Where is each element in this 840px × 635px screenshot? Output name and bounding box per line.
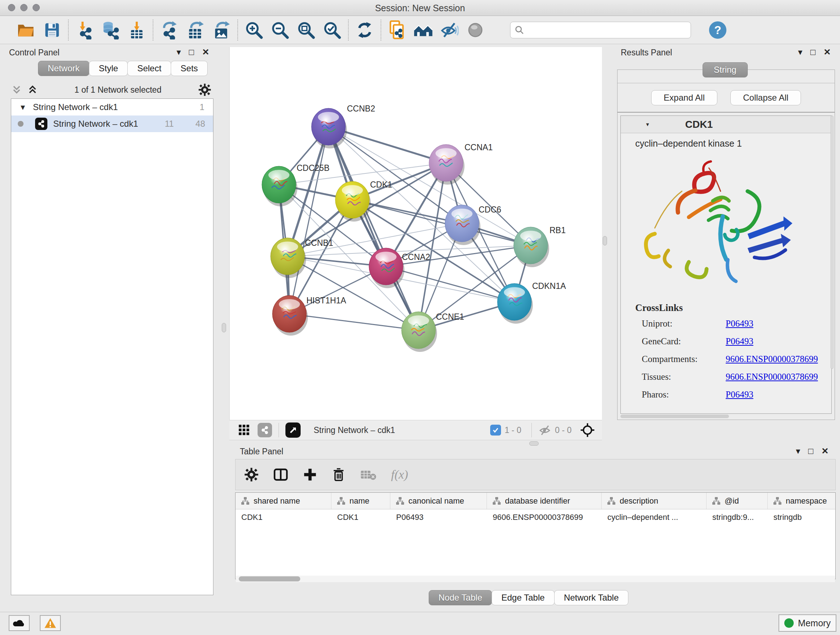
table-cell[interactable]: CDK1 — [235, 513, 332, 522]
expand-all-tree-icon[interactable] — [27, 84, 38, 95]
gene-name: CDK1 — [685, 119, 713, 130]
export-table-button[interactable] — [182, 19, 208, 41]
refresh-icon — [355, 21, 374, 39]
search-box[interactable] — [510, 22, 691, 38]
collapse-all-button[interactable]: Collapse All — [730, 90, 801, 105]
column-type-icon — [240, 497, 250, 505]
crosslink-link[interactable]: 9606.ENSP00000378699 — [726, 354, 818, 364]
results-panel-maximize-button[interactable]: □ — [810, 48, 816, 57]
import-table-from-file-button[interactable] — [124, 19, 150, 41]
warnings-button[interactable] — [40, 615, 61, 631]
network-edge-CCNB2-HIST1H1A[interactable] — [289, 127, 328, 314]
table-hscrollbar-thumb[interactable] — [239, 576, 300, 581]
clone-network-button[interactable] — [384, 19, 410, 41]
table-cell[interactable]: CDK1 — [332, 513, 390, 522]
control-panel-close-button[interactable]: ✕ — [202, 48, 210, 57]
hide-selected-button[interactable] — [436, 19, 462, 41]
node-label-CDKN1A: CDKN1A — [532, 281, 566, 291]
save-session-button[interactable] — [39, 19, 65, 41]
results-horizontal-scrollbar[interactable] — [621, 415, 729, 418]
gene-section-header[interactable]: ▾ CDK1 — [621, 116, 831, 133]
results-vertical-scrollbar[interactable] — [831, 116, 834, 369]
bottom-splitter-handle[interactable] — [529, 441, 538, 446]
search-input[interactable] — [525, 25, 684, 35]
show-graphics-details-button[interactable] — [410, 19, 436, 41]
network-edge-HIST1H1A-CCNE1[interactable] — [289, 314, 418, 330]
import-network-icon — [75, 21, 94, 40]
table-panel-float-button[interactable]: ▾ — [796, 447, 800, 455]
automation-cloud-button[interactable] — [9, 615, 30, 631]
table-cell[interactable]: cyclin–dependent ... — [602, 513, 706, 522]
zoom-fit-button[interactable] — [293, 19, 319, 41]
apply-layout-button[interactable] — [352, 19, 378, 41]
table-panel-maximize-button[interactable]: □ — [808, 447, 813, 455]
network-collection-row[interactable]: ▾ String Network – cdk1 1 — [11, 99, 213, 116]
table-cell[interactable]: 9606.ENSP00000378699 — [487, 513, 602, 522]
tab-network[interactable]: Network — [38, 61, 89, 76]
zoom-in-button[interactable] — [241, 19, 267, 41]
results-panel-float-button[interactable]: ▾ — [798, 48, 802, 57]
column-header-name[interactable]: name — [332, 493, 390, 509]
add-column-plus-icon[interactable] — [303, 467, 317, 482]
table-settings-gear-icon[interactable] — [244, 467, 259, 482]
table-cell[interactable]: stringdb:9... — [706, 513, 767, 522]
column-header-canonical-name[interactable]: canonical name — [390, 493, 487, 509]
eye-slash-icon — [440, 21, 459, 39]
zoom-out-button[interactable] — [267, 19, 293, 41]
fit-content-crosshair-icon[interactable] — [580, 423, 595, 437]
network-panel-gear-icon[interactable] — [198, 83, 211, 96]
network-row[interactable]: String Network – cdk1 11 48 — [11, 116, 213, 132]
open-session-button[interactable] — [13, 19, 39, 41]
column-header--id[interactable]: @id — [706, 493, 767, 509]
tab-style[interactable]: Style — [89, 61, 128, 76]
zoom-selected-button[interactable] — [319, 19, 345, 41]
column-header-description[interactable]: description — [602, 493, 706, 509]
export-network-icon — [160, 21, 179, 40]
tab-node-table[interactable]: Node Table — [429, 590, 492, 605]
show-all-button[interactable] — [462, 19, 488, 41]
tree-expander-icon[interactable]: ▾ — [21, 102, 25, 112]
selected-checkbox-icon[interactable] — [490, 424, 501, 435]
control-panel-float-button[interactable]: ▾ — [177, 48, 181, 57]
column-header-database-identifier[interactable]: database identifier — [487, 493, 602, 509]
crosslink-link[interactable]: 9606.ENSP00000378699 — [726, 372, 818, 382]
table-row[interactable]: CDK1CDK1P064939606.ENSP00000378699cyclin… — [235, 509, 835, 525]
delete-column-trash-icon[interactable] — [332, 467, 346, 482]
tab-string[interactable]: String — [703, 62, 748, 78]
control-panel-maximize-button[interactable]: □ — [189, 48, 194, 57]
grid-view-icon[interactable] — [238, 424, 250, 436]
hidden-eye-slash-icon[interactable] — [538, 424, 551, 436]
table-cell[interactable]: P06493 — [390, 513, 487, 522]
birds-eye-view-icon[interactable] — [286, 423, 301, 438]
crosslink-link[interactable]: P06493 — [726, 390, 753, 400]
network-share-icon[interactable] — [257, 423, 272, 437]
crosslink-link[interactable]: P06493 — [726, 318, 753, 329]
memory-button[interactable]: Memory — [778, 614, 836, 632]
left-splitter-handle[interactable] — [222, 323, 226, 333]
export-network-button[interactable] — [156, 19, 182, 41]
column-header-namespace[interactable]: namespace — [767, 493, 836, 509]
crosslink-link[interactable]: P06493 — [726, 336, 753, 347]
tab-edge-table[interactable]: Edge Table — [492, 590, 554, 605]
results-panel-close-button[interactable]: ✕ — [824, 48, 831, 57]
show-columns-icon[interactable] — [273, 467, 288, 482]
import-network-from-database-button[interactable] — [98, 19, 124, 41]
table-hscrollbar-track[interactable] — [236, 576, 835, 582]
tab-sets[interactable]: Sets — [171, 61, 208, 76]
node-table[interactable]: shared namenamecanonical namedatabase id… — [235, 492, 836, 579]
column-type-icon — [712, 497, 721, 505]
table-panel-close-button[interactable]: ✕ — [821, 447, 829, 455]
tab-network-table[interactable]: Network Table — [554, 590, 629, 605]
section-expander-icon[interactable]: ▾ — [646, 121, 649, 128]
column-header-shared-name[interactable]: shared name — [235, 493, 332, 509]
expand-all-button[interactable]: Expand All — [651, 90, 717, 105]
import-network-from-file-button[interactable] — [72, 19, 98, 41]
collapse-all-tree-icon[interactable] — [11, 84, 22, 95]
help-button[interactable]: ? — [709, 21, 726, 39]
network-edge-CDK1-RB1[interactable] — [352, 200, 531, 245]
network-view-canvas[interactable]: CCNB2CCNA1CDC25BCDK1CDC6RB1CCNB1CCNA2CDK… — [229, 47, 602, 420]
tab-select[interactable]: Select — [127, 61, 171, 76]
right-splitter-handle[interactable] — [603, 236, 607, 245]
export-image-button[interactable] — [208, 19, 234, 41]
table-cell[interactable]: stringdb — [767, 513, 836, 522]
